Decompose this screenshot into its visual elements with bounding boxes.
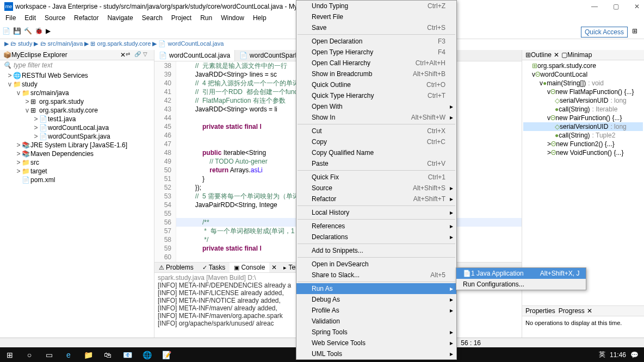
outline-node[interactable]: ● call(String): Iterable	[523, 105, 643, 114]
menu-item[interactable]: Quick OutlineCtrl+O	[296, 79, 456, 90]
minimize-button[interactable]: —	[591, 3, 598, 10]
project-tree[interactable]: >🌐RESTful Web Servicesv📁studyv📁src/main/…	[0, 70, 154, 338]
progress-tab[interactable]: Progress	[559, 307, 585, 315]
tree-node[interactable]: >📁target	[0, 167, 154, 176]
ime-indicator[interactable]: 英	[599, 350, 605, 359]
menu-item[interactable]: Quick Type HierarchyCtrl+T	[296, 90, 456, 101]
menu-item[interactable]: Show in BreadcrumbAlt+Shift+B	[296, 68, 456, 79]
store-icon[interactable]: 🛍	[98, 347, 117, 362]
menu-item[interactable]: CutCtrl+X	[296, 126, 456, 136]
tree-node[interactable]: v📁src/main/java	[0, 89, 154, 97]
console-close[interactable]: ✕	[269, 263, 279, 272]
tree-node[interactable]: >⊞org.spark.study	[0, 97, 154, 106]
menu-item[interactable]: Quick FixCtrl+1	[296, 172, 456, 183]
menu-item[interactable]: Declarations▸	[296, 232, 456, 242]
tree-node[interactable]: >🌐RESTful Web Services	[0, 71, 154, 80]
menu-item[interactable]: Open Call HierarchyCtrl+Alt+H	[296, 58, 456, 68]
explorer-icon[interactable]: 📁	[78, 347, 98, 362]
toolbar-icon[interactable]: 💾	[13, 27, 23, 37]
maximize-button[interactable]: ▢	[613, 3, 619, 10]
menu-icon[interactable]: ▽	[143, 51, 151, 59]
tree-node[interactable]: >📚JRE System Library [JavaSE-1.6]	[0, 141, 154, 149]
menu-help[interactable]: Help	[250, 13, 270, 25]
outline-node[interactable]: ⊞ org.spark.study.core	[523, 61, 643, 70]
quick-access[interactable]: Quick Access	[581, 27, 628, 38]
tree-node[interactable]: v⊞org.spark.study.core	[0, 106, 154, 115]
notifications-icon[interactable]: 💬	[630, 351, 639, 359]
menu-item[interactable]: Open With▸	[296, 101, 456, 112]
menu-item[interactable]: RefactorAlt+Shift+T ▸	[296, 194, 456, 204]
menu-search[interactable]: Search	[139, 13, 166, 25]
tree-node[interactable]: >📄wordCountSpark.java	[0, 132, 154, 141]
outline-node[interactable]: ● call(String): Tuple2	[523, 131, 643, 140]
tab-tasks[interactable]: ✓Tasks	[198, 263, 230, 272]
outline-node[interactable]: >Θ new Function2() {...}	[523, 140, 643, 148]
submenu-item[interactable]: 📄 1 Java ApplicationAlt+Shift+X, J	[456, 268, 586, 279]
menu-item[interactable]: CopyCtrl+C	[296, 136, 456, 147]
tab-console[interactable]: ▣Console	[230, 263, 269, 272]
menu-item[interactable]: UML Tools▸	[296, 348, 456, 359]
outline-node[interactable]: vΘ wordCountLocal	[523, 70, 643, 79]
close-button[interactable]: ✕	[634, 3, 640, 10]
tree-node[interactable]: >📄test1.java	[0, 115, 154, 123]
menu-window[interactable]: Window	[218, 13, 247, 25]
tree-node[interactable]: >📄wordCountLocal.java	[0, 123, 154, 132]
menu-file[interactable]: File	[2, 13, 19, 25]
cortana-icon[interactable]: ○	[20, 347, 39, 362]
tree-node[interactable]: >📁src	[0, 158, 154, 167]
outline-node[interactable]: vΘ new PairFunction() {...}	[523, 114, 643, 122]
taskview-icon[interactable]: ▭	[39, 347, 59, 362]
outline-node[interactable]: v● main(String[]): void	[523, 79, 643, 88]
menu-item[interactable]: Undo TypingCtrl+Z	[296, 1, 456, 11]
menu-item[interactable]: Spring Tools▸	[296, 327, 456, 338]
submenu-item[interactable]: Run Configurations...	[456, 279, 586, 290]
tab-problems[interactable]: ⚠Problems	[154, 263, 198, 272]
tree-node[interactable]: v📁study	[0, 80, 154, 89]
menu-item[interactable]: PasteCtrl+V	[296, 158, 456, 169]
tree-node[interactable]: 📄pom.xml	[0, 176, 154, 184]
menu-item[interactable]: Open DeclarationF3	[296, 36, 456, 47]
menu-item[interactable]: Add to Snippets...	[296, 245, 456, 256]
start-button[interactable]: ⊞	[0, 347, 20, 362]
menu-project[interactable]: Project	[168, 13, 195, 25]
toolbar-icon[interactable]: 🐞	[35, 27, 45, 37]
menu-refactor[interactable]: Refactor	[71, 13, 102, 25]
menu-item[interactable]: Validation	[296, 316, 456, 327]
perspective-icon[interactable]: ⊞	[632, 27, 642, 37]
filter-input[interactable]: 🔍 type filter text	[0, 60, 154, 70]
clock[interactable]: 11:46	[610, 351, 626, 359]
toolbar-icon[interactable]: 📄	[2, 27, 12, 37]
app-icon[interactable]: 📝	[157, 347, 176, 362]
toolbar-icon[interactable]: ▶	[46, 27, 55, 37]
edge-icon[interactable]: e	[59, 347, 78, 362]
outline-node[interactable]: ◇ serialVersionUID: long	[523, 122, 643, 131]
link-icon[interactable]: 🔗	[134, 51, 142, 59]
menu-source[interactable]: Source	[41, 13, 69, 25]
tree-node[interactable]: >📚Maven Dependencies	[0, 149, 154, 158]
menu-item[interactable]: Debug As▸	[296, 294, 456, 305]
editor-tab[interactable]: 📄wordCountLocal.java	[154, 50, 235, 61]
menu-item[interactable]: SaveCtrl+S	[296, 22, 456, 33]
app-icon[interactable]: 📧	[117, 347, 137, 362]
app-icon[interactable]: 🌐	[137, 347, 157, 362]
menu-item[interactable]: Open Type HierarchyF4	[296, 47, 456, 58]
panel-close[interactable]: ✕	[587, 307, 592, 315]
menu-item[interactable]: Open in DevSearch	[296, 259, 456, 270]
menu-item[interactable]: References▸	[296, 221, 456, 232]
menu-item[interactable]: Profile As▸	[296, 305, 456, 316]
properties-tab[interactable]: Properties	[525, 307, 555, 315]
toolbar-icon[interactable]: 🔨	[24, 27, 34, 37]
menu-run[interactable]: Run	[197, 13, 215, 25]
menu-edit[interactable]: Edit	[21, 13, 39, 25]
menu-item[interactable]: Show InAlt+Shift+W ▸	[296, 112, 456, 123]
menu-item[interactable]: Run As▸	[296, 283, 456, 294]
menu-item[interactable]: Revert File	[296, 11, 456, 22]
outline-node[interactable]: vΘ new FlatMapFunction() {...}	[523, 88, 643, 96]
collapse-icon[interactable]: ⇄	[126, 51, 133, 59]
menu-item[interactable]: Copy Qualified Name	[296, 147, 456, 158]
menu-item[interactable]: Share to Slack...Alt+5	[296, 270, 456, 280]
menu-item[interactable]: SourceAlt+Shift+S ▸	[296, 183, 456, 194]
panel-close[interactable]: ✕	[554, 51, 559, 59]
outline-node[interactable]: ◇ serialVersionUID: long	[523, 96, 643, 105]
menu-item[interactable]: Web Service Tools▸	[296, 338, 456, 348]
